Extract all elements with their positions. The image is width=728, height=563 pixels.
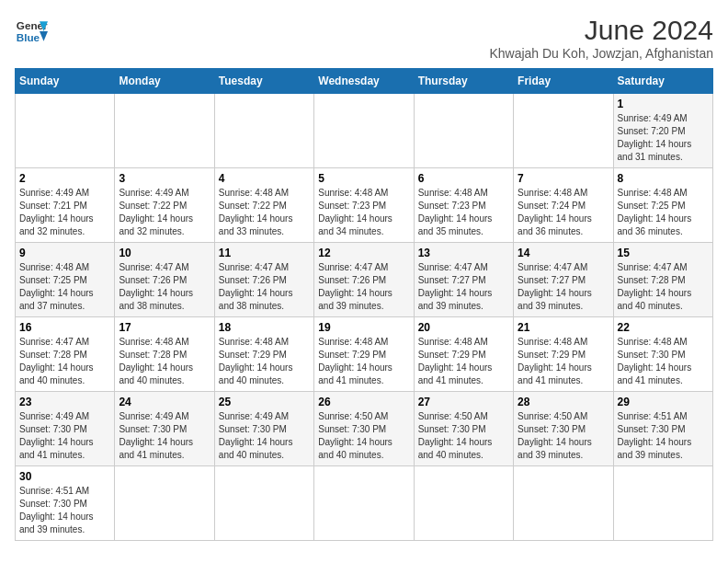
day-info: Sunrise: 4:47 AM Sunset: 7:28 PM Dayligh… bbox=[19, 336, 110, 387]
day-number: 23 bbox=[19, 396, 110, 408]
calendar-cell bbox=[414, 466, 513, 541]
calendar-cell: 2Sunrise: 4:49 AM Sunset: 7:21 PM Daylig… bbox=[16, 168, 115, 243]
day-number: 11 bbox=[219, 247, 310, 259]
month-title: June 2024 bbox=[489, 15, 713, 46]
calendar-cell bbox=[314, 94, 414, 168]
logo: General Blue bbox=[15, 15, 48, 48]
day-info: Sunrise: 4:49 AM Sunset: 7:30 PM Dayligh… bbox=[19, 410, 110, 462]
day-info: Sunrise: 4:51 AM Sunset: 7:30 PM Dayligh… bbox=[618, 410, 709, 462]
calendar-cell: 30Sunrise: 4:51 AM Sunset: 7:30 PM Dayli… bbox=[16, 466, 115, 541]
day-number: 3 bbox=[119, 172, 210, 185]
day-number: 30 bbox=[19, 470, 110, 483]
calendar-cell: 18Sunrise: 4:48 AM Sunset: 7:29 PM Dayli… bbox=[214, 317, 313, 392]
weekday-header-monday: Monday bbox=[115, 69, 214, 94]
weekday-header-wednesday: Wednesday bbox=[314, 69, 414, 94]
calendar-cell: 21Sunrise: 4:48 AM Sunset: 7:29 PM Dayli… bbox=[514, 317, 613, 392]
calendar-cell: 10Sunrise: 4:47 AM Sunset: 7:26 PM Dayli… bbox=[115, 243, 214, 317]
day-number: 12 bbox=[318, 247, 409, 259]
day-number: 10 bbox=[119, 247, 210, 259]
calendar-cell: 5Sunrise: 4:48 AM Sunset: 7:23 PM Daylig… bbox=[314, 168, 414, 243]
calendar-cell: 26Sunrise: 4:50 AM Sunset: 7:30 PM Dayli… bbox=[314, 392, 414, 466]
calendar-cell bbox=[613, 466, 712, 541]
day-number: 24 bbox=[119, 396, 210, 408]
day-number: 8 bbox=[618, 172, 709, 185]
calendar-cell bbox=[414, 94, 513, 168]
calendar: SundayMondayTuesdayWednesdayThursdayFrid… bbox=[15, 68, 713, 541]
day-info: Sunrise: 4:48 AM Sunset: 7:30 PM Dayligh… bbox=[618, 336, 709, 387]
calendar-cell: 11Sunrise: 4:47 AM Sunset: 7:26 PM Dayli… bbox=[214, 243, 313, 317]
calendar-cell bbox=[214, 466, 313, 541]
weekday-header-tuesday: Tuesday bbox=[214, 69, 313, 94]
calendar-cell: 6Sunrise: 4:48 AM Sunset: 7:23 PM Daylig… bbox=[414, 168, 513, 243]
day-number: 18 bbox=[219, 321, 310, 334]
calendar-cell: 17Sunrise: 4:48 AM Sunset: 7:28 PM Dayli… bbox=[115, 317, 214, 392]
calendar-cell: 12Sunrise: 4:47 AM Sunset: 7:26 PM Dayli… bbox=[314, 243, 414, 317]
calendar-week-0: 1Sunrise: 4:49 AM Sunset: 7:20 PM Daylig… bbox=[16, 94, 713, 168]
weekday-header-saturday: Saturday bbox=[613, 69, 712, 94]
day-number: 21 bbox=[518, 321, 609, 334]
day-info: Sunrise: 4:50 AM Sunset: 7:30 PM Dayligh… bbox=[418, 410, 509, 462]
day-number: 7 bbox=[518, 172, 609, 185]
calendar-cell: 3Sunrise: 4:49 AM Sunset: 7:22 PM Daylig… bbox=[115, 168, 214, 243]
calendar-week-5: 30Sunrise: 4:51 AM Sunset: 7:30 PM Dayli… bbox=[16, 466, 713, 541]
day-info: Sunrise: 4:47 AM Sunset: 7:27 PM Dayligh… bbox=[418, 261, 509, 313]
day-info: Sunrise: 4:50 AM Sunset: 7:30 PM Dayligh… bbox=[518, 410, 609, 462]
day-info: Sunrise: 4:49 AM Sunset: 7:21 PM Dayligh… bbox=[19, 187, 110, 238]
calendar-cell bbox=[514, 94, 613, 168]
calendar-cell: 13Sunrise: 4:47 AM Sunset: 7:27 PM Dayli… bbox=[414, 243, 513, 317]
calendar-cell: 8Sunrise: 4:48 AM Sunset: 7:25 PM Daylig… bbox=[613, 168, 712, 243]
day-number: 5 bbox=[318, 172, 409, 185]
day-number: 29 bbox=[618, 396, 709, 408]
day-number: 14 bbox=[518, 247, 609, 259]
day-info: Sunrise: 4:48 AM Sunset: 7:29 PM Dayligh… bbox=[318, 336, 409, 387]
day-info: Sunrise: 4:48 AM Sunset: 7:29 PM Dayligh… bbox=[518, 336, 609, 387]
calendar-cell: 20Sunrise: 4:48 AM Sunset: 7:29 PM Dayli… bbox=[414, 317, 513, 392]
day-info: Sunrise: 4:50 AM Sunset: 7:30 PM Dayligh… bbox=[318, 410, 409, 462]
calendar-cell: 9Sunrise: 4:48 AM Sunset: 7:25 PM Daylig… bbox=[16, 243, 115, 317]
day-info: Sunrise: 4:47 AM Sunset: 7:26 PM Dayligh… bbox=[219, 261, 310, 313]
calendar-cell bbox=[115, 94, 214, 168]
calendar-week-1: 2Sunrise: 4:49 AM Sunset: 7:21 PM Daylig… bbox=[16, 168, 713, 243]
calendar-cell: 19Sunrise: 4:48 AM Sunset: 7:29 PM Dayli… bbox=[314, 317, 414, 392]
calendar-week-3: 16Sunrise: 4:47 AM Sunset: 7:28 PM Dayli… bbox=[16, 317, 713, 392]
day-info: Sunrise: 4:49 AM Sunset: 7:30 PM Dayligh… bbox=[119, 410, 210, 462]
day-number: 19 bbox=[318, 321, 409, 334]
day-info: Sunrise: 4:47 AM Sunset: 7:28 PM Dayligh… bbox=[618, 261, 709, 313]
calendar-week-2: 9Sunrise: 4:48 AM Sunset: 7:25 PM Daylig… bbox=[16, 243, 713, 317]
day-number: 26 bbox=[318, 396, 409, 408]
calendar-cell bbox=[514, 466, 613, 541]
calendar-cell bbox=[314, 466, 414, 541]
day-number: 13 bbox=[418, 247, 509, 259]
header: General Blue June 2024 Khwajah Du Koh, J… bbox=[15, 15, 713, 61]
day-info: Sunrise: 4:48 AM Sunset: 7:24 PM Dayligh… bbox=[518, 187, 609, 238]
calendar-cell: 4Sunrise: 4:48 AM Sunset: 7:22 PM Daylig… bbox=[214, 168, 313, 243]
calendar-cell: 7Sunrise: 4:48 AM Sunset: 7:24 PM Daylig… bbox=[514, 168, 613, 243]
day-number: 27 bbox=[418, 396, 509, 408]
day-info: Sunrise: 4:49 AM Sunset: 7:30 PM Dayligh… bbox=[219, 410, 310, 462]
weekday-header-sunday: Sunday bbox=[16, 69, 115, 94]
logo-icon: General Blue bbox=[15, 15, 48, 48]
calendar-cell: 22Sunrise: 4:48 AM Sunset: 7:30 PM Dayli… bbox=[613, 317, 712, 392]
weekday-header-thursday: Thursday bbox=[414, 69, 513, 94]
day-number: 25 bbox=[219, 396, 310, 408]
svg-marker-3 bbox=[40, 31, 48, 41]
day-info: Sunrise: 4:48 AM Sunset: 7:29 PM Dayligh… bbox=[418, 336, 509, 387]
calendar-cell bbox=[115, 466, 214, 541]
day-info: Sunrise: 4:48 AM Sunset: 7:25 PM Dayligh… bbox=[19, 261, 110, 313]
title-area: June 2024 Khwajah Du Koh, Jowzjan, Afgha… bbox=[489, 15, 713, 61]
calendar-cell: 16Sunrise: 4:47 AM Sunset: 7:28 PM Dayli… bbox=[16, 317, 115, 392]
day-info: Sunrise: 4:48 AM Sunset: 7:25 PM Dayligh… bbox=[618, 187, 709, 238]
calendar-cell: 15Sunrise: 4:47 AM Sunset: 7:28 PM Dayli… bbox=[613, 243, 712, 317]
calendar-cell: 27Sunrise: 4:50 AM Sunset: 7:30 PM Dayli… bbox=[414, 392, 513, 466]
calendar-week-4: 23Sunrise: 4:49 AM Sunset: 7:30 PM Dayli… bbox=[16, 392, 713, 466]
day-number: 28 bbox=[518, 396, 609, 408]
location-title: Khwajah Du Koh, Jowzjan, Afghanistan bbox=[489, 46, 713, 61]
day-info: Sunrise: 4:51 AM Sunset: 7:30 PM Dayligh… bbox=[19, 485, 110, 536]
day-number: 9 bbox=[19, 247, 110, 259]
day-info: Sunrise: 4:48 AM Sunset: 7:29 PM Dayligh… bbox=[219, 336, 310, 387]
day-number: 4 bbox=[219, 172, 310, 185]
day-info: Sunrise: 4:47 AM Sunset: 7:27 PM Dayligh… bbox=[518, 261, 609, 313]
day-info: Sunrise: 4:48 AM Sunset: 7:22 PM Dayligh… bbox=[219, 187, 310, 238]
day-info: Sunrise: 4:48 AM Sunset: 7:23 PM Dayligh… bbox=[418, 187, 509, 238]
calendar-cell: 1Sunrise: 4:49 AM Sunset: 7:20 PM Daylig… bbox=[613, 94, 712, 168]
